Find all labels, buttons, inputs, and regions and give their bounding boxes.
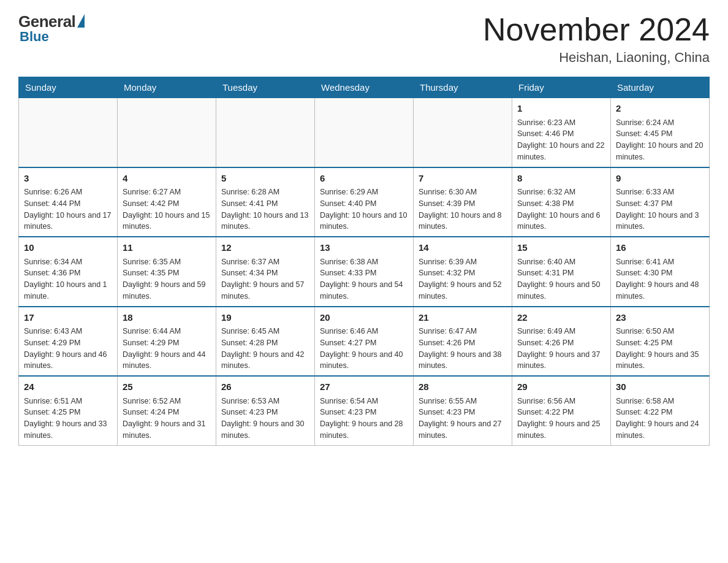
calendar-cell: 19Sunrise: 6:45 AMSunset: 4:28 PMDayligh… <box>216 307 315 377</box>
sunrise-text: Sunrise: 6:58 AM <box>616 397 674 405</box>
sunset-text: Sunset: 4:31 PM <box>517 269 574 277</box>
day-number: 25 <box>123 380 211 394</box>
daylight-text: Daylight: 9 hours and 25 minutes. <box>517 419 601 440</box>
daylight-text: Daylight: 9 hours and 44 minutes. <box>123 350 206 370</box>
header-thursday: Thursday <box>414 77 512 98</box>
sunset-text: Sunset: 4:28 PM <box>221 339 278 347</box>
sunrise-text: Sunrise: 6:30 AM <box>419 188 477 196</box>
sunset-text: Sunset: 4:42 PM <box>123 199 179 208</box>
calendar-header-row: SundayMondayTuesdayWednesdayThursdayFrid… <box>19 77 710 98</box>
daylight-text: Daylight: 10 hours and 1 minute. <box>24 280 107 301</box>
sunrise-text: Sunrise: 6:53 AM <box>221 397 279 405</box>
calendar-week-row: 17Sunrise: 6:43 AMSunset: 4:29 PMDayligh… <box>19 307 710 377</box>
header-sunday: Sunday <box>19 77 118 98</box>
sunset-text: Sunset: 4:23 PM <box>320 408 376 416</box>
sunset-text: Sunset: 4:22 PM <box>616 408 672 416</box>
daylight-text: Daylight: 10 hours and 22 minutes. <box>517 141 604 161</box>
calendar-cell <box>118 98 216 167</box>
daylight-text: Daylight: 9 hours and 38 minutes. <box>419 350 502 370</box>
calendar-cell: 15Sunrise: 6:40 AMSunset: 4:31 PMDayligh… <box>512 237 611 307</box>
day-number: 4 <box>123 172 211 186</box>
day-number: 3 <box>24 172 112 186</box>
sunset-text: Sunset: 4:33 PM <box>320 269 376 277</box>
daylight-text: Daylight: 9 hours and 42 minutes. <box>221 350 305 370</box>
day-number: 9 <box>616 172 704 186</box>
calendar-cell: 14Sunrise: 6:39 AMSunset: 4:32 PMDayligh… <box>414 237 512 307</box>
calendar-table: SundayMondayTuesdayWednesdayThursdayFrid… <box>18 77 710 446</box>
daylight-text: Daylight: 9 hours and 37 minutes. <box>517 350 601 370</box>
sunset-text: Sunset: 4:36 PM <box>24 269 80 277</box>
day-number: 28 <box>419 380 507 394</box>
sunset-text: Sunset: 4:23 PM <box>221 408 278 416</box>
page-header: General Blue November 2024 Heishan, Liao… <box>18 12 710 66</box>
sunrise-text: Sunrise: 6:49 AM <box>517 327 575 335</box>
sunset-text: Sunset: 4:29 PM <box>123 339 179 347</box>
sunrise-text: Sunrise: 6:24 AM <box>616 118 674 127</box>
daylight-text: Daylight: 9 hours and 27 minutes. <box>419 419 502 440</box>
calendar-cell: 3Sunrise: 6:26 AMSunset: 4:44 PMDaylight… <box>19 167 118 237</box>
daylight-text: Daylight: 10 hours and 8 minutes. <box>419 211 502 231</box>
calendar-cell: 7Sunrise: 6:30 AMSunset: 4:39 PMDaylight… <box>414 167 512 237</box>
calendar-week-row: 3Sunrise: 6:26 AMSunset: 4:44 PMDaylight… <box>19 167 710 237</box>
day-number: 17 <box>24 311 112 325</box>
header-friday: Friday <box>512 77 611 98</box>
day-number: 26 <box>221 380 309 394</box>
calendar-cell: 10Sunrise: 6:34 AMSunset: 4:36 PMDayligh… <box>19 237 118 307</box>
daylight-text: Daylight: 9 hours and 57 minutes. <box>221 280 305 301</box>
calendar-week-row: 10Sunrise: 6:34 AMSunset: 4:36 PMDayligh… <box>19 237 710 307</box>
calendar-cell: 2Sunrise: 6:24 AMSunset: 4:45 PMDaylight… <box>611 98 710 167</box>
calendar-cell: 21Sunrise: 6:47 AMSunset: 4:26 PMDayligh… <box>414 307 512 377</box>
sunrise-text: Sunrise: 6:27 AM <box>123 188 181 196</box>
daylight-text: Daylight: 10 hours and 3 minutes. <box>616 211 699 231</box>
sunrise-text: Sunrise: 6:51 AM <box>24 397 82 405</box>
daylight-text: Daylight: 10 hours and 10 minutes. <box>320 211 407 231</box>
calendar-cell: 9Sunrise: 6:33 AMSunset: 4:37 PMDaylight… <box>611 167 710 237</box>
sunset-text: Sunset: 4:45 PM <box>616 129 672 138</box>
daylight-text: Daylight: 9 hours and 54 minutes. <box>320 280 403 301</box>
calendar-cell: 12Sunrise: 6:37 AMSunset: 4:34 PMDayligh… <box>216 237 315 307</box>
sunset-text: Sunset: 4:39 PM <box>419 199 475 208</box>
daylight-text: Daylight: 9 hours and 52 minutes. <box>419 280 502 301</box>
sunrise-text: Sunrise: 6:39 AM <box>419 258 477 266</box>
sunset-text: Sunset: 4:26 PM <box>419 339 475 347</box>
sunrise-text: Sunrise: 6:28 AM <box>221 188 279 196</box>
calendar-cell: 30Sunrise: 6:58 AMSunset: 4:22 PMDayligh… <box>611 376 710 445</box>
day-number: 15 <box>517 241 605 255</box>
calendar-cell: 20Sunrise: 6:46 AMSunset: 4:27 PMDayligh… <box>315 307 414 377</box>
logo: General Blue <box>18 12 86 45</box>
daylight-text: Daylight: 10 hours and 17 minutes. <box>24 211 111 231</box>
calendar-cell: 5Sunrise: 6:28 AMSunset: 4:41 PMDaylight… <box>216 167 315 237</box>
calendar-cell: 18Sunrise: 6:44 AMSunset: 4:29 PMDayligh… <box>118 307 216 377</box>
daylight-text: Daylight: 9 hours and 28 minutes. <box>320 419 403 440</box>
daylight-text: Daylight: 9 hours and 35 minutes. <box>616 350 699 370</box>
day-number: 1 <box>517 102 605 116</box>
logo-blue-subtitle: Blue <box>20 29 49 45</box>
day-number: 5 <box>221 172 309 186</box>
day-number: 18 <box>123 311 211 325</box>
calendar-cell: 11Sunrise: 6:35 AMSunset: 4:35 PMDayligh… <box>118 237 216 307</box>
sunrise-text: Sunrise: 6:47 AM <box>419 327 477 335</box>
calendar-cell: 17Sunrise: 6:43 AMSunset: 4:29 PMDayligh… <box>19 307 118 377</box>
sunrise-text: Sunrise: 6:37 AM <box>221 258 279 266</box>
daylight-text: Daylight: 9 hours and 31 minutes. <box>123 419 206 440</box>
day-number: 13 <box>320 241 408 255</box>
calendar-cell: 13Sunrise: 6:38 AMSunset: 4:33 PMDayligh… <box>315 237 414 307</box>
day-number: 29 <box>517 380 605 394</box>
calendar-cell: 28Sunrise: 6:55 AMSunset: 4:23 PMDayligh… <box>414 376 512 445</box>
sunrise-text: Sunrise: 6:23 AM <box>517 118 575 127</box>
sunset-text: Sunset: 4:34 PM <box>221 269 278 277</box>
daylight-text: Daylight: 10 hours and 6 minutes. <box>517 211 601 231</box>
calendar-cell: 23Sunrise: 6:50 AMSunset: 4:25 PMDayligh… <box>611 307 710 377</box>
sunrise-text: Sunrise: 6:45 AM <box>221 327 279 335</box>
day-number: 19 <box>221 311 309 325</box>
calendar-cell: 22Sunrise: 6:49 AMSunset: 4:26 PMDayligh… <box>512 307 611 377</box>
sunrise-text: Sunrise: 6:46 AM <box>320 327 378 335</box>
calendar-cell: 1Sunrise: 6:23 AMSunset: 4:46 PMDaylight… <box>512 98 611 167</box>
header-saturday: Saturday <box>611 77 710 98</box>
sunrise-text: Sunrise: 6:56 AM <box>517 397 575 405</box>
day-number: 11 <box>123 241 211 255</box>
sunrise-text: Sunrise: 6:35 AM <box>123 258 181 266</box>
daylight-text: Daylight: 9 hours and 50 minutes. <box>517 280 601 301</box>
day-number: 12 <box>221 241 309 255</box>
sunset-text: Sunset: 4:26 PM <box>517 339 574 347</box>
